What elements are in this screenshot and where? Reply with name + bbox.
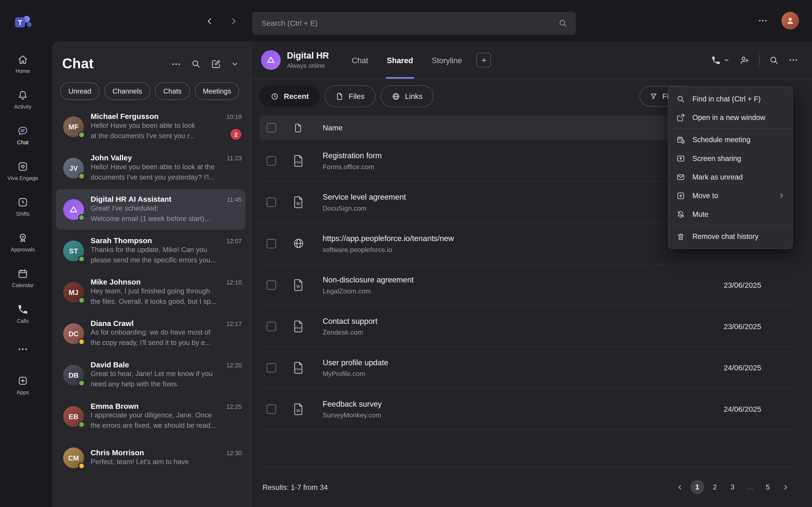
sidebar-item-home[interactable]: Home — [0, 48, 46, 80]
row-checkbox[interactable] — [267, 404, 276, 414]
row-checkbox[interactable] — [267, 363, 276, 372]
mail-icon — [676, 173, 686, 181]
clock-icon — [270, 92, 279, 101]
list-item[interactable]: MJ Mike Johnson12:10 Hey team, I just fi… — [52, 272, 250, 313]
prev-page-button[interactable] — [673, 480, 687, 494]
row-checkbox[interactable] — [267, 156, 276, 165]
file-name[interactable]: Contact support — [323, 317, 377, 325]
file-date: 24/06/2025 — [724, 405, 761, 413]
menu-item-move-to[interactable]: Move to — [669, 186, 792, 205]
filter-pill-unread[interactable]: Unread — [60, 82, 100, 100]
table-row[interactable]: PDF Contact supportZendesk.com 23/06/202… — [259, 306, 792, 347]
file-date: 23/06/2025 — [724, 281, 761, 289]
find-in-chat-button[interactable] — [769, 55, 779, 65]
file-name[interactable]: Non-disclosure agreement — [323, 275, 414, 284]
filter-pill-meetings[interactable]: Meetings — [195, 82, 240, 100]
row-checkbox[interactable] — [267, 280, 276, 289]
avatar: ST — [63, 241, 84, 261]
file-name[interactable]: User profile update — [323, 358, 388, 367]
table-row[interactable]: PDF User profile updateMyProfile.com 24/… — [259, 347, 792, 389]
sidebar-item-chat[interactable]: Chat — [0, 119, 46, 151]
sidebar-item-approvals[interactable]: Approvals — [0, 226, 46, 258]
nav-forward-button[interactable] — [229, 16, 238, 26]
sidebar-item-label: Apps — [16, 389, 29, 395]
add-people-button[interactable] — [739, 55, 750, 65]
sidebar-item-calendar[interactable]: Calendar — [0, 262, 46, 294]
add-tab-button[interactable] — [476, 53, 491, 67]
sidebar-item-more[interactable] — [0, 333, 46, 365]
view-filter-recent[interactable]: Recent — [259, 86, 320, 107]
sidebar-item-label: Chat — [17, 139, 29, 145]
tab-chat[interactable]: Chat — [352, 41, 368, 78]
menu-item-mark-as-unread[interactable]: Mark as unread — [669, 168, 792, 186]
sidebar-item-activity[interactable]: Activity — [0, 83, 46, 115]
list-item[interactable]: ST Sarah Thompson12:07 Thanks for the up… — [52, 230, 250, 272]
filter-pill-channels[interactable]: Channels — [104, 82, 150, 100]
row-checkbox[interactable] — [267, 239, 276, 248]
list-item[interactable]: CM Chris Morrison12:30 Perfect, team! Le… — [52, 437, 250, 478]
select-all-checkbox[interactable] — [267, 123, 276, 132]
word-file-icon: W — [292, 278, 305, 291]
tab-shared[interactable]: Shared — [387, 41, 413, 78]
view-filter-links[interactable]: Links — [380, 86, 433, 107]
page-ellipsis: ... — [743, 480, 757, 494]
more-options-button[interactable] — [788, 55, 799, 65]
list-item[interactable]: DB David Bale12:20 Great to hear, Jane! … — [52, 354, 250, 396]
name-column-header[interactable]: Name — [323, 124, 343, 132]
table-row[interactable]: W Feedback surveySurveyMonkey.com 24/06/… — [259, 389, 792, 430]
new-chat-button[interactable] — [211, 59, 221, 69]
file-name[interactable]: Registration form — [323, 151, 382, 160]
page-button-3[interactable]: 3 — [725, 480, 740, 494]
profile-avatar[interactable] — [781, 12, 799, 30]
search-input[interactable] — [260, 18, 558, 28]
bot-avatar — [261, 50, 281, 70]
page-button-1[interactable]: 1 — [690, 480, 704, 494]
svg-text:T: T — [18, 19, 22, 26]
link-url[interactable]: https://app.peopleforce.io/tenants/new — [323, 234, 454, 242]
link-source: software.peopleforce.io — [323, 245, 713, 253]
page-button-5[interactable]: 5 — [761, 480, 775, 494]
svg-text:W: W — [296, 201, 300, 206]
list-item[interactable]: DC Diana Crawl12:17 As for onboarding: w… — [52, 313, 250, 354]
next-page-button[interactable] — [778, 480, 792, 494]
list-item[interactable]: JV John Valley11:23 Hello! Have you been… — [52, 148, 250, 189]
menu-item-schedule-meeting[interactable]: Schedule meeting — [669, 130, 792, 149]
page-button-2[interactable]: 2 — [708, 480, 722, 494]
chevron-down-icon[interactable] — [231, 60, 239, 68]
nav-back-button[interactable] — [205, 16, 214, 26]
chat-filter-pills: Unread Channels Chats Meetings — [52, 76, 250, 106]
menu-item-mute[interactable]: Mute — [669, 205, 792, 224]
file-name[interactable]: Service level agreement — [323, 192, 406, 201]
avatar: DB — [63, 365, 84, 386]
filter-pill-chats[interactable]: Chats — [155, 82, 190, 100]
remove-history-icon — [676, 232, 686, 241]
global-search-box[interactable] — [252, 12, 576, 35]
list-item[interactable]: EB Emma Brown12:25 I appreciate your dil… — [52, 396, 250, 437]
settings-more-button[interactable] — [758, 15, 768, 26]
view-filter-files[interactable]: Files — [325, 86, 375, 107]
chat-options-button[interactable] — [171, 59, 181, 69]
menu-item-find-in-chat[interactable]: Find in chat (Ctrl + F) — [669, 90, 792, 108]
menu-divider — [669, 225, 792, 225]
menu-item-open-new-window[interactable]: Open in a new window — [669, 108, 792, 127]
chat-search-button[interactable] — [191, 59, 201, 69]
file-name[interactable]: Feedback survey — [323, 399, 382, 408]
move-to-icon — [676, 191, 686, 200]
tab-storyline[interactable]: Storyline — [432, 41, 462, 78]
menu-item-remove-chat-history[interactable]: Remove chat history — [669, 227, 792, 246]
table-row[interactable]: W Non-disclosure agreementLegalZoom.com … — [259, 264, 792, 306]
row-checkbox[interactable] — [267, 322, 276, 331]
mute-bell-icon — [676, 210, 686, 219]
row-checkbox[interactable] — [267, 197, 276, 207]
sidebar-item-shifts[interactable]: Shifts — [0, 190, 46, 222]
sidebar-item-calls[interactable]: Calls — [0, 297, 46, 330]
call-button[interactable] — [711, 55, 729, 65]
sidebar-item-apps[interactable]: Apps — [0, 369, 46, 401]
sidebar-item-viva-engage[interactable]: Viva Engage — [0, 155, 46, 187]
list-item[interactable]: MF Michael Fergusson10:18 Hello! Have yo… — [52, 106, 250, 148]
svg-text:W: W — [296, 408, 300, 412]
list-item-selected[interactable]: Digital HR AI Assistant11:45 Great! I've… — [52, 189, 250, 230]
chat-context-menu: Find in chat (Ctrl + F) Open in a new wi… — [668, 87, 793, 249]
menu-item-screen-sharing[interactable]: Screen sharing — [669, 149, 792, 168]
file-source: SurveyMonkey.com — [323, 411, 713, 419]
